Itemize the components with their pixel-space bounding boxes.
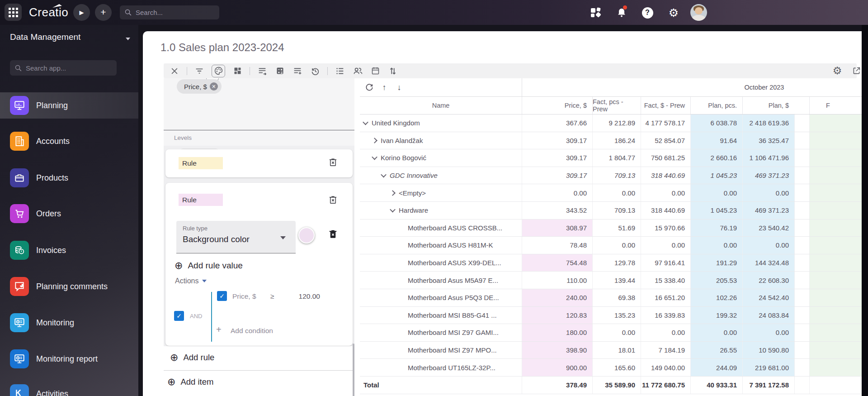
chevron-down-icon[interactable] xyxy=(372,154,377,160)
chevron-down-icon[interactable] xyxy=(381,172,387,178)
open-in-new-icon[interactable] xyxy=(851,65,862,76)
row-value-cell: 2 660.16 xyxy=(690,149,742,167)
workspace-switcher-icon[interactable] xyxy=(590,6,602,19)
row-value-cell: 4 177 578.17 xyxy=(641,115,690,132)
notifications-bell-icon[interactable] xyxy=(615,6,628,19)
table-row[interactable]: Motherboard MSI B85-G41 ...120.83135.231… xyxy=(360,307,868,324)
table-row[interactable]: <Empty>0.000.000.000.000.00 xyxy=(360,184,868,202)
move-rows-icon[interactable] xyxy=(257,66,268,76)
add-item-button[interactable]: ⊕ Add item xyxy=(167,377,213,387)
table-group-header-row: ↑ ↓ October 2023 xyxy=(360,78,868,97)
column-header-plan-usd[interactable]: Plan, $ xyxy=(742,97,794,114)
condition-value[interactable]: 120.00 xyxy=(298,292,320,301)
calendar-icon[interactable] xyxy=(370,66,381,76)
add-rule-button[interactable]: ⊕ Add rule xyxy=(170,353,214,363)
delete-rule-icon[interactable] xyxy=(328,157,338,167)
sidebar-item-orders[interactable]: Orders xyxy=(0,200,138,227)
table-row[interactable]: Motherboard MSI Z97 GAMI...180.000.000.0… xyxy=(360,324,868,342)
help-icon[interactable]: ? xyxy=(641,6,654,19)
table-row[interactable]: Motherboard MSI Z97 MPO...398.9018.017 1… xyxy=(360,342,868,359)
pivot-settings-gear-icon[interactable]: ⚙ xyxy=(832,65,843,76)
add-row-icon[interactable] xyxy=(292,66,303,76)
add-rule-value-button[interactable]: ⊕ Add rule value xyxy=(175,261,243,271)
add-condition-button[interactable]: Add condition xyxy=(231,327,273,335)
chevron-down-icon[interactable] xyxy=(363,119,368,125)
app-search[interactable] xyxy=(10,60,117,76)
sidebar-item-monitoring[interactable]: Monitoring xyxy=(0,310,138,336)
user-avatar[interactable] xyxy=(690,4,707,21)
table-row[interactable]: GDC Innovative309.17709.13318 440.691 04… xyxy=(360,167,868,185)
sidebar-item-monitoring-report[interactable]: Monitoring report xyxy=(0,346,138,372)
panel-scrollbar[interactable] xyxy=(353,344,354,396)
column-header-fact-pcs-prew[interactable]: Fact, pcs - Prew xyxy=(592,97,641,114)
and-group-checkbox[interactable]: ✓ xyxy=(174,311,184,321)
dashboard-layout-icon[interactable] xyxy=(232,66,243,76)
column-header-name[interactable]: Name xyxy=(360,97,522,114)
column-header-price[interactable]: Price, $ xyxy=(522,97,592,114)
sidebar-item-invoices[interactable]: Invoices xyxy=(0,237,138,263)
levels-label: Levels xyxy=(174,134,192,141)
sidebar-item-activities[interactable]: Activities xyxy=(0,381,138,396)
app-search-input[interactable] xyxy=(26,64,103,72)
filter-icon[interactable] xyxy=(194,66,205,76)
table-row[interactable]: Motherboard UT165LZ-32P...900.00165.6014… xyxy=(360,359,868,377)
move-up-icon[interactable]: ↑ xyxy=(379,82,389,92)
play-button[interactable]: ▶ xyxy=(73,4,90,21)
table-row[interactable]: Motherboard Asus P5Q3 DE...240.0069.3816… xyxy=(360,289,868,307)
condition-operator[interactable]: ≥ xyxy=(270,292,274,301)
column-header-fact-usd-prew[interactable]: Fact, $ - Prew xyxy=(641,97,690,114)
sidebar-item-planning-comments[interactable]: Planning comments xyxy=(0,273,138,300)
table-row[interactable]: Korino Bogović309.171 804.77750 681.252 … xyxy=(360,149,868,167)
actions-dropdown[interactable]: Actions xyxy=(175,277,207,285)
color-rules-palette-icon[interactable] xyxy=(212,65,225,77)
row-value-cell: 26.55 xyxy=(690,342,742,359)
workspace-dropdown-caret-icon[interactable] xyxy=(126,38,130,40)
row-value-cell: 0.00 xyxy=(742,237,794,254)
global-search-input[interactable] xyxy=(136,9,208,16)
list-view-icon[interactable] xyxy=(335,66,345,76)
chevron-down-icon[interactable] xyxy=(390,207,396,213)
add-new-button[interactable]: + xyxy=(95,4,112,21)
table-row[interactable]: Motherboard ASUS H81M-K78.480.000.000.00… xyxy=(360,237,868,254)
table-row[interactable]: Motherboard ASUS X99-DEL...754.48129.789… xyxy=(360,254,868,272)
row-name-cell: Motherboard MSI Z97 MPO... xyxy=(360,342,522,359)
notification-badge xyxy=(623,5,627,10)
chevron-right-icon[interactable] xyxy=(372,138,377,143)
calculator-icon[interactable] xyxy=(274,66,285,76)
row-name-cell: <Empty> xyxy=(360,184,522,201)
table-row[interactable]: Motherboard Asus M5A97 E...110.00139.441… xyxy=(360,272,868,289)
table-row[interactable]: Motherboard ASUS CROSSB...308.9751.6915 … xyxy=(360,219,868,237)
table-row[interactable]: United Kingdom367.669 212.894 177 578.17… xyxy=(360,115,868,132)
delete-rule-icon[interactable] xyxy=(328,195,338,205)
row-name-cell: Motherboard MSI Z97 GAMI... xyxy=(360,324,522,341)
row-value-cell: 318 440.69 xyxy=(641,202,690,219)
row-fact-cell xyxy=(809,359,868,376)
delete-rule-value-icon[interactable] xyxy=(328,229,338,239)
close-icon[interactable] xyxy=(169,66,180,76)
row-value-cell: 76.19 xyxy=(690,219,742,237)
row-gap-cell xyxy=(794,272,809,289)
sort-icon[interactable] xyxy=(387,66,398,76)
value-chip-price[interactable]: Price, $ ✕ xyxy=(177,79,222,94)
refresh-icon[interactable] xyxy=(364,82,374,92)
users-icon[interactable] xyxy=(352,66,363,76)
chevron-right-icon[interactable] xyxy=(390,190,396,196)
sidebar-item-products[interactable]: Products xyxy=(0,165,138,191)
condition-checkbox[interactable]: ✓ xyxy=(217,291,227,301)
sidebar-item-accounts[interactable]: Accounts xyxy=(0,128,138,154)
global-search[interactable] xyxy=(120,5,219,19)
column-header-fact-clipped[interactable]: F xyxy=(809,97,868,114)
settings-gear-icon[interactable]: ⚙ xyxy=(667,6,680,19)
total-cell: 35 589.90 xyxy=(592,377,641,394)
column-header-plan-pcs[interactable]: Plan, pcs. xyxy=(690,97,742,114)
rule-type-select[interactable]: Rule type Background color xyxy=(176,221,296,253)
row-fact-cell xyxy=(809,167,868,184)
move-down-icon[interactable]: ↓ xyxy=(394,82,404,92)
table-row[interactable]: Hardware343.52709.13318 440.691 045.2346… xyxy=(360,202,868,219)
table-row[interactable]: Ivan Alandžak309.17186.2452 854.0791.643… xyxy=(360,132,868,150)
remove-chip-icon[interactable]: ✕ xyxy=(210,82,218,91)
history-icon[interactable] xyxy=(310,66,321,76)
color-swatch[interactable] xyxy=(298,227,315,243)
sidebar-item-planning[interactable]: Planning xyxy=(0,92,138,119)
app-launcher-icon[interactable] xyxy=(5,4,22,21)
